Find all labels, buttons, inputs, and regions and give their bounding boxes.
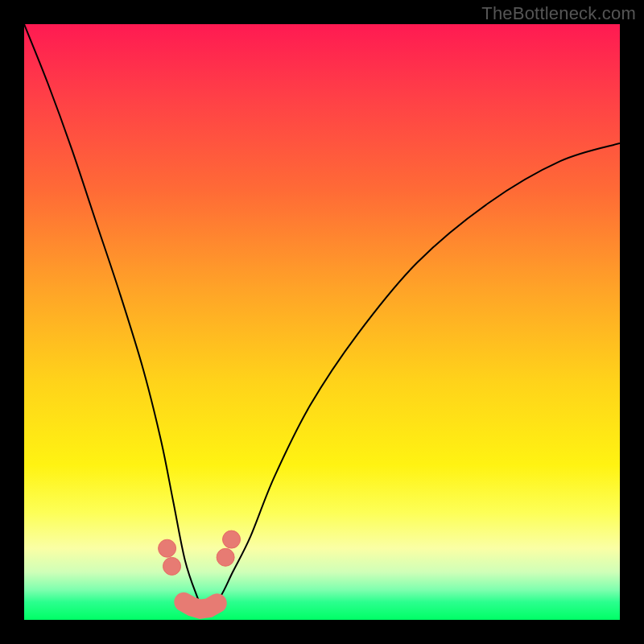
marker-dot — [217, 548, 234, 566]
marker-cluster — [184, 602, 217, 609]
bottleneck-curve — [24, 24, 620, 609]
watermark-text: TheBottleneck.com — [481, 3, 636, 24]
chart-frame: TheBottleneck.com — [0, 0, 644, 644]
curve-layer — [24, 24, 620, 620]
markers-group — [159, 530, 241, 575]
marker-dot — [163, 557, 181, 575]
marker-dot — [159, 539, 176, 557]
marker-dot — [223, 530, 241, 548]
plot-area — [24, 24, 620, 620]
